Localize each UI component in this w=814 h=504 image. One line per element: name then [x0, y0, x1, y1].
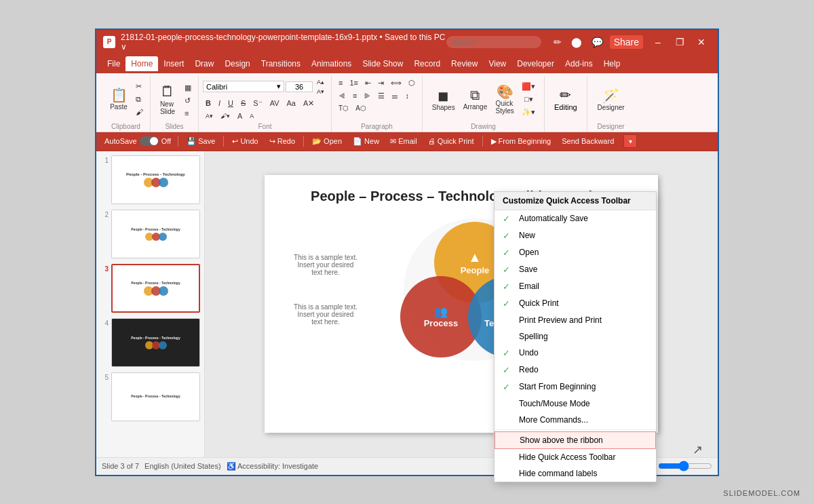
- menu-insert[interactable]: Insert: [158, 56, 189, 71]
- reset-button[interactable]: ↺: [182, 95, 194, 106]
- menu-developer[interactable]: Developer: [511, 56, 560, 71]
- cut-button[interactable]: ✂: [133, 81, 146, 92]
- designer-button[interactable]: 🪄 Designer: [594, 85, 628, 113]
- underline-button[interactable]: U: [225, 98, 236, 109]
- shapes-button[interactable]: ◼ Shapes: [429, 85, 459, 113]
- menu-home[interactable]: Home: [125, 56, 158, 71]
- text-shadow[interactable]: T⬡: [336, 103, 351, 113]
- quick-styles-button[interactable]: 🎨 QuickStyles: [492, 81, 518, 117]
- indent-increase[interactable]: ⇥: [375, 77, 387, 89]
- highlight-button[interactable]: 🖌▾: [218, 111, 233, 121]
- slide-thumb-2[interactable]: 2 People - Process - Technology: [99, 208, 201, 260]
- format-painter-button[interactable]: 🖌: [133, 106, 146, 117]
- justify[interactable]: ☰: [375, 90, 387, 102]
- font-color-button[interactable]: A▾: [203, 111, 216, 121]
- menu-view[interactable]: View: [483, 56, 511, 71]
- menu-record[interactable]: Record: [408, 56, 446, 71]
- menu-design[interactable]: Design: [219, 56, 255, 71]
- menu-item-show-above-ribbon[interactable]: Show above the ribbon: [495, 431, 656, 449]
- new-slide-button[interactable]: 🗒 NewSlide: [155, 81, 180, 117]
- menu-addins[interactable]: Add-ins: [560, 56, 598, 71]
- font-size-increase[interactable]: A▴: [314, 77, 327, 87]
- convert-to-smartart[interactable]: ⬡: [406, 77, 418, 89]
- menu-help[interactable]: Help: [598, 56, 626, 71]
- menu-review[interactable]: Review: [446, 56, 483, 71]
- align-right[interactable]: ⫸: [361, 90, 374, 101]
- menu-draw[interactable]: Draw: [189, 56, 219, 71]
- close-button[interactable]: ✕: [692, 35, 711, 49]
- list-number[interactable]: 1≡: [347, 77, 361, 88]
- menu-item-touch-mode[interactable]: Touch/Mouse Mode: [495, 395, 656, 412]
- menu-item-quick-print[interactable]: ✓ Quick Print: [495, 295, 656, 312]
- menu-item-open[interactable]: ✓ Open: [495, 244, 656, 261]
- qat-quick-print-button[interactable]: 🖨 Quick Print: [424, 136, 478, 147]
- qat-email-button[interactable]: ✉ Email: [386, 136, 421, 147]
- minimize-button[interactable]: –: [648, 35, 667, 49]
- list-bullet[interactable]: ≡: [336, 77, 345, 88]
- font-size-a-small[interactable]: A: [247, 111, 256, 121]
- italic-button[interactable]: I: [216, 98, 223, 109]
- char-spacing-button[interactable]: AV: [267, 98, 282, 109]
- menu-transitions[interactable]: Transitions: [256, 56, 306, 71]
- shadow-button[interactable]: S⁻: [250, 98, 265, 109]
- align-left[interactable]: ⫷: [336, 90, 349, 101]
- qat-send-backward-button[interactable]: Send Backward: [558, 136, 618, 147]
- qat-redo-button[interactable]: ↪ Redo: [265, 136, 299, 147]
- font-size-input[interactable]: 36: [286, 81, 313, 92]
- menu-item-hide-labels[interactable]: Hide command labels: [495, 465, 656, 482]
- qat-from-beginning-button[interactable]: ▶ From Beginning: [487, 136, 556, 147]
- menu-item-undo[interactable]: ✓ Undo: [495, 345, 656, 362]
- share-icon[interactable]: Share: [610, 35, 643, 49]
- shape-effects-button[interactable]: ✨▾: [519, 106, 538, 118]
- text-fill[interactable]: A⬡: [353, 103, 369, 113]
- menu-item-save[interactable]: ✓ Save: [495, 261, 656, 278]
- menu-item-more-commands[interactable]: More Commands...: [495, 412, 656, 428]
- section-button[interactable]: ≡: [182, 108, 194, 119]
- slide-thumb-4[interactable]: 4 People - Process - Technology: [99, 317, 201, 368]
- menu-item-hide-toolbar[interactable]: Hide Quick Access Toolbar: [495, 449, 656, 465]
- qat-dropdown-button[interactable]: ▾: [623, 134, 637, 148]
- shape-fill-button[interactable]: 🟥▾: [519, 81, 538, 92]
- slide-thumb-1[interactable]: 1 People - Process - Technology: [99, 154, 201, 206]
- qat-save-button[interactable]: 💾 Save: [182, 136, 219, 147]
- align-center[interactable]: ≡: [350, 90, 360, 101]
- clear-format-button[interactable]: A✕: [301, 98, 317, 109]
- menu-item-spelling[interactable]: Spelling: [495, 328, 656, 345]
- bold-button[interactable]: B: [203, 98, 214, 109]
- line-spacing[interactable]: ↕: [402, 90, 412, 101]
- menu-slideshow[interactable]: Slide Show: [357, 56, 408, 71]
- menu-file[interactable]: File: [102, 56, 125, 71]
- font-name-select[interactable]: Calibri▾: [203, 81, 284, 92]
- qat-undo-button[interactable]: ↩ Undo: [228, 136, 262, 147]
- font-size-decrease[interactable]: A▾: [314, 87, 327, 96]
- arrange-button[interactable]: ⧉ Arrange: [460, 85, 491, 113]
- search-input[interactable]: [446, 36, 541, 48]
- text-direction[interactable]: ⟺: [388, 77, 404, 89]
- menu-item-auto-save[interactable]: ✓ Automatically Save: [495, 210, 656, 227]
- check-icon-email: ✓: [503, 282, 513, 292]
- editing-button[interactable]: ✏ Editing: [549, 84, 583, 114]
- paste-button[interactable]: 📋 Paste: [106, 86, 132, 113]
- menu-item-start-beginning[interactable]: ✓ Start From Beginning: [495, 379, 656, 395]
- menu-item-new[interactable]: ✓ New: [495, 227, 656, 244]
- indent-decrease[interactable]: ⇤: [362, 77, 374, 89]
- shape-outline-button[interactable]: □▾: [522, 94, 536, 105]
- ribbon-group-designer: 🪄 Designer Designer: [587, 76, 635, 132]
- menu-animations[interactable]: Animations: [306, 56, 357, 71]
- qat-open-button[interactable]: 📂 Open: [308, 136, 346, 147]
- columns[interactable]: ⚌: [389, 90, 401, 102]
- restore-button[interactable]: ❐: [670, 35, 689, 49]
- font-case-button[interactable]: Aa: [284, 98, 298, 109]
- slide-thumb-3[interactable]: 3 People - Process - Technology: [99, 263, 201, 314]
- slide-thumb-5[interactable]: 5 People - Process - Technology: [99, 371, 201, 423]
- copy-button[interactable]: ⧉: [133, 94, 146, 105]
- qat-new-button[interactable]: 📄 New: [349, 136, 383, 147]
- menu-item-email[interactable]: ✓ Email: [495, 278, 656, 295]
- font-size-a-large[interactable]: A: [235, 111, 245, 121]
- autosave-toggle[interactable]: AutoSave Off: [102, 135, 174, 147]
- zoom-slider[interactable]: [658, 461, 712, 471]
- menu-item-redo[interactable]: ✓ Redo: [495, 362, 656, 379]
- menu-item-print-preview[interactable]: Print Preview and Print: [495, 312, 656, 328]
- strikethrough-button[interactable]: S: [238, 98, 248, 109]
- layout-button[interactable]: ▦: [182, 82, 194, 94]
